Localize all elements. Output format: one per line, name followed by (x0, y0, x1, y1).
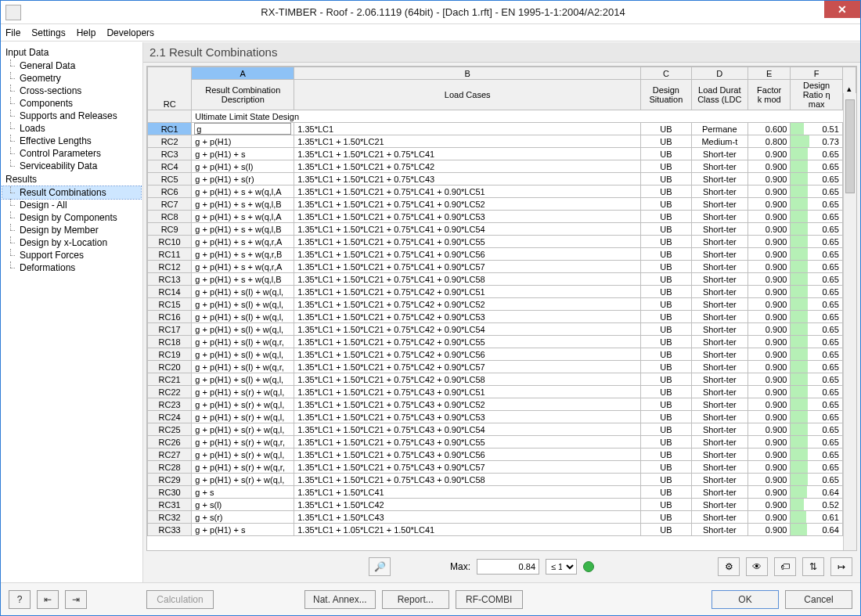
cell-load-cases[interactable]: 1.35*LC1 + 1.50*LC21 + 0.75*LC43 + 0.90*… (294, 461, 641, 474)
row-header[interactable]: RC28 (148, 461, 192, 474)
cell-ldc[interactable]: Short-ter (691, 160, 748, 173)
cell-kmod[interactable]: 0.900 (748, 386, 791, 398)
cell-situation[interactable]: UB (641, 474, 691, 486)
cell-situation[interactable]: UB (641, 511, 691, 524)
scrollbar-thumb[interactable] (845, 99, 855, 193)
table-row[interactable]: RC28g + p(H1) + s(r) + w(q,r,1.35*LC1 + … (148, 461, 856, 474)
row-header[interactable]: RC15 (148, 298, 192, 311)
cell-load-cases[interactable]: 1.35*LC1 (294, 123, 641, 135)
cell-situation[interactable]: UB (641, 298, 691, 311)
table-row[interactable]: RC18g + p(H1) + s(l) + w(q,r,1.35*LC1 + … (148, 336, 856, 348)
table-row[interactable]: RC5g + p(H1) + s(r)1.35*LC1 + 1.50*LC21 … (148, 173, 856, 186)
cell-kmod[interactable]: 0.900 (748, 273, 791, 286)
cell-ratio[interactable]: 0.65 (791, 223, 842, 236)
cell-kmod[interactable]: 0.900 (748, 148, 791, 160)
cell-situation[interactable]: UB (641, 386, 691, 398)
cell-ratio[interactable]: 0.65 (791, 160, 842, 173)
cell-ratio[interactable]: 0.65 (791, 173, 842, 186)
cell-description[interactable]: g + p(H1) + s (192, 524, 294, 536)
row-header[interactable]: RC25 (148, 423, 192, 436)
menu-settings[interactable]: Settings (31, 27, 65, 38)
cell-load-cases[interactable]: 1.35*LC1 + 1.50*LC21 + 0.75*LC41 + 0.90*… (294, 198, 641, 211)
cell-ldc[interactable]: Short-ter (691, 186, 748, 198)
cell-ratio[interactable]: 0.65 (791, 336, 842, 348)
cell-ldc[interactable]: Short-ter (691, 148, 748, 160)
row-header[interactable]: RC19 (148, 348, 192, 361)
cell-ratio[interactable]: 0.65 (791, 361, 842, 373)
cell-situation[interactable]: UB (641, 524, 691, 536)
row-header[interactable]: RC26 (148, 436, 192, 448)
header-description[interactable]: Result Combination Description (192, 80, 294, 110)
cell-ratio[interactable]: 0.73 (791, 135, 842, 148)
table-row[interactable]: RC10g + p(H1) + s + w(q,r,A1.35*LC1 + 1.… (148, 236, 856, 248)
cell-load-cases[interactable]: 1.35*LC1 + 1.50*LC21 + 0.75*LC43 + 0.90*… (294, 423, 641, 436)
cell-description[interactable]: g + p(H1) + s(l) + w(q,r, (192, 361, 294, 373)
cell-ldc[interactable]: Short-ter (691, 173, 748, 186)
cell-situation[interactable]: UB (641, 448, 691, 461)
menu-developers[interactable]: Developers (106, 27, 154, 38)
cell-ratio[interactable]: 0.65 (791, 236, 842, 248)
cell-description[interactable]: g + p(H1) + s + w(q,r,A (192, 236, 294, 248)
cell-situation[interactable]: UB (641, 373, 691, 386)
cell-kmod[interactable]: 0.900 (748, 486, 791, 499)
cell-ldc[interactable]: Short-ter (691, 461, 748, 474)
cell-situation[interactable]: UB (641, 361, 691, 373)
cell-kmod[interactable]: 0.900 (748, 311, 791, 323)
cell-load-cases[interactable]: 1.35*LC1 + 1.50*LC21 + 0.75*LC43 + 0.90*… (294, 386, 641, 398)
row-header[interactable]: RC7 (148, 198, 192, 211)
cell-ldc[interactable]: Short-ter (691, 198, 748, 211)
cell-ratio[interactable]: 0.65 (791, 248, 842, 261)
cell-kmod[interactable]: 0.900 (748, 348, 791, 361)
cell-description[interactable]: g + p(H1) + s(r) + w(q,l, (192, 423, 294, 436)
cell-situation[interactable]: UB (641, 286, 691, 298)
cell-ldc[interactable]: Short-ter (691, 423, 748, 436)
cell-load-cases[interactable]: 1.35*LC1 + 1.50*LC21 + 0.75*LC42 + 0.90*… (294, 323, 641, 336)
cell-situation[interactable]: UB (641, 273, 691, 286)
next-page-button[interactable]: ⇥ (65, 590, 87, 609)
table-row[interactable]: RC27g + p(H1) + s(r) + w(q,l,1.35*LC1 + … (148, 448, 856, 461)
row-header[interactable]: RC9 (148, 223, 192, 236)
cell-kmod[interactable]: 0.600 (748, 123, 791, 135)
cell-load-cases[interactable]: 1.35*LC1 + 1.50*LC21 + 0.75*LC42 + 0.90*… (294, 348, 641, 361)
cell-description[interactable]: g + p(H1) + s(r) + w(q,l, (192, 448, 294, 461)
row-header[interactable]: RC24 (148, 411, 192, 423)
tree-item[interactable]: Control Parameters (2, 147, 141, 160)
cell-ldc[interactable]: Short-ter (691, 336, 748, 348)
header-ldc[interactable]: Load Durat Class (LDC (691, 80, 748, 110)
row-header[interactable]: RC22 (148, 386, 192, 398)
cell-load-cases[interactable]: 1.35*LC1 + 1.50*LC42 (294, 499, 641, 511)
table-row[interactable]: RC23g + p(H1) + s(r) + w(q,l,1.35*LC1 + … (148, 398, 856, 411)
table-row[interactable]: RC24g + p(H1) + s(r) + w(q,l,1.35*LC1 + … (148, 411, 856, 423)
cell-situation[interactable]: UB (641, 398, 691, 411)
cell-load-cases[interactable]: 1.35*LC1 + 1.50*LC21 + 0.75*LC43 (294, 173, 641, 186)
row-header[interactable]: RC33 (148, 524, 192, 536)
cell-description[interactable]: g + p(H1) + s(l) + w(q,l, (192, 298, 294, 311)
cell-kmod[interactable]: 0.900 (748, 211, 791, 223)
table-row[interactable]: RC32g + s(r)1.35*LC1 + 1.50*LC43UBShort-… (148, 511, 856, 524)
filter-icon[interactable]: 🏷 (774, 557, 796, 576)
cell-ldc[interactable]: Short-ter (691, 411, 748, 423)
cell-ldc[interactable]: Short-ter (691, 311, 748, 323)
cell-kmod[interactable]: 0.900 (748, 323, 791, 336)
cell-ldc[interactable]: Short-ter (691, 248, 748, 261)
cell-situation[interactable]: UB (641, 211, 691, 223)
cell-ratio[interactable]: 0.65 (791, 198, 842, 211)
cell-load-cases[interactable]: 1.35*LC1 + 1.50*LC21 + 0.75*LC41 + 0.90*… (294, 186, 641, 198)
table-row[interactable]: RC15g + p(H1) + s(l) + w(q,l,1.35*LC1 + … (148, 298, 856, 311)
cell-situation[interactable]: UB (641, 348, 691, 361)
cell-kmod[interactable]: 0.900 (748, 373, 791, 386)
header-situation[interactable]: Design Situation (641, 80, 691, 110)
cell-ldc[interactable]: Short-ter (691, 236, 748, 248)
cell-load-cases[interactable]: 1.35*LC1 + 1.50*LC21 + 0.75*LC41 + 0.90*… (294, 248, 641, 261)
cell-load-cases[interactable]: 1.35*LC1 + 1.05*LC21 + 1.50*LC41 (294, 524, 641, 536)
cell-ratio[interactable]: 0.52 (791, 499, 842, 511)
row-header[interactable]: RC18 (148, 336, 192, 348)
report-button[interactable]: Report... (382, 590, 449, 609)
col-letter-e[interactable]: E (748, 67, 791, 80)
cell-load-cases[interactable]: 1.35*LC1 + 1.50*LC21 + 0.75*LC42 (294, 160, 641, 173)
cell-ldc[interactable]: Short-ter (691, 373, 748, 386)
cell-ldc[interactable]: Short-ter (691, 361, 748, 373)
close-button[interactable]: ✕ (824, 1, 860, 18)
cell-situation[interactable]: UB (641, 236, 691, 248)
cell-kmod[interactable]: 0.900 (748, 298, 791, 311)
